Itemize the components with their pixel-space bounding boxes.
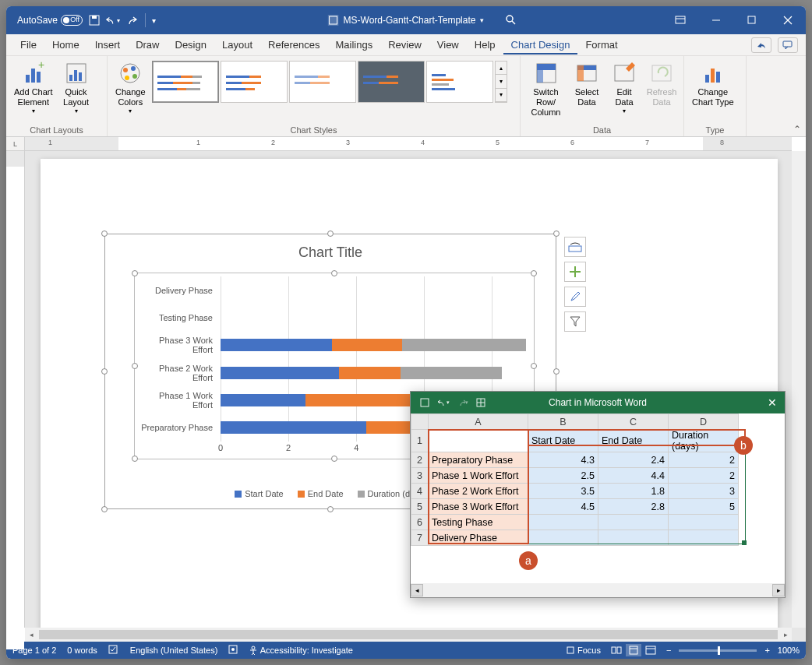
svg-rect-14 xyxy=(31,69,35,83)
excel-redo-icon[interactable]: ▾ xyxy=(456,396,468,409)
share-button[interactable] xyxy=(751,37,771,53)
styles-more[interactable]: ▴▾▾ xyxy=(495,61,507,103)
toggle-off-icon: Off xyxy=(61,15,83,26)
annotation-a: a xyxy=(519,551,538,570)
comments-button[interactable] xyxy=(778,37,798,53)
vertical-scrollbar[interactable] xyxy=(792,151,806,628)
minimize-icon[interactable] xyxy=(698,6,734,34)
menu-draw[interactable]: Draw xyxy=(128,36,167,54)
group-label-data: Data xyxy=(525,124,679,136)
chart-style-2[interactable] xyxy=(221,61,288,103)
menu-chart-design[interactable]: Chart Design xyxy=(503,36,578,55)
excel-grid-icon[interactable] xyxy=(475,396,487,409)
menu-view[interactable]: View xyxy=(429,36,467,54)
svg-point-46 xyxy=(231,648,235,651)
edit-data-button[interactable]: Edit Data▾ xyxy=(607,59,641,117)
status-language[interactable]: English (United States) xyxy=(130,646,218,655)
zoom-out[interactable]: − xyxy=(666,646,671,655)
svg-rect-19 xyxy=(74,70,77,81)
zoom-slider[interactable] xyxy=(679,649,757,652)
chart-filter-button[interactable] xyxy=(564,311,586,332)
ribbon-display-icon[interactable] xyxy=(662,6,698,34)
excel-window-title: Chart in Microsoft Word xyxy=(549,397,647,408)
horizontal-ruler[interactable]: 1 12345678 xyxy=(25,137,792,151)
menu-review[interactable]: Review xyxy=(380,36,429,54)
svg-point-25 xyxy=(125,76,129,80)
svg-rect-50 xyxy=(617,647,621,653)
chart-style-5[interactable] xyxy=(426,61,493,103)
chart-style-4[interactable] xyxy=(358,61,425,103)
view-print-icon[interactable] xyxy=(626,644,641,656)
search-button[interactable] xyxy=(505,14,517,26)
quick-layout-button[interactable]: Quick Layout▾ xyxy=(59,59,94,117)
comment-icon xyxy=(782,40,793,50)
maximize-icon[interactable] xyxy=(734,6,770,34)
svg-point-4 xyxy=(507,16,513,22)
spreadsheet[interactable]: ABCD1Start DateEnd DateDuration (days)2P… xyxy=(411,413,785,583)
change-chart-type-button[interactable]: Change Chart Type xyxy=(689,59,737,109)
zoom-value[interactable]: 100% xyxy=(778,646,800,655)
horizontal-scrollbar[interactable]: ◂ ▸ xyxy=(25,628,792,642)
svg-line-5 xyxy=(512,21,515,24)
save-icon[interactable] xyxy=(87,13,101,27)
close-icon[interactable] xyxy=(770,6,806,34)
menu-bar: File Home Insert Draw Design Layout Refe… xyxy=(6,34,806,56)
change-colors-button[interactable]: Change Colors▾ xyxy=(112,59,149,117)
status-words[interactable]: 0 words xyxy=(67,646,97,655)
menu-insert[interactable]: Insert xyxy=(87,36,129,54)
collapse-ribbon-icon[interactable]: ⌃ xyxy=(793,124,801,135)
plus-icon xyxy=(569,266,581,278)
switch-row-column-button[interactable]: Switch Row/ Column xyxy=(525,59,567,120)
document-title[interactable]: MS-Word-Gantt-Chart-Template ▾ xyxy=(328,15,485,26)
chart-data-window[interactable]: ▾ ▾ Chart in Microsoft Word ✕ ABCD1Start… xyxy=(410,391,786,598)
select-data-button[interactable]: Select Data xyxy=(570,59,604,109)
menu-help[interactable]: Help xyxy=(467,36,503,54)
word-doc-icon xyxy=(328,15,339,26)
excel-save-icon[interactable] xyxy=(418,396,431,409)
share-icon xyxy=(756,40,767,50)
svg-rect-9 xyxy=(748,16,755,23)
chart-elements-button[interactable] xyxy=(564,237,586,257)
status-accessibility[interactable]: Accessibility: Investigate xyxy=(249,646,353,655)
vertical-ruler[interactable] xyxy=(6,151,25,628)
svg-text:+: + xyxy=(38,61,44,71)
undo-icon[interactable]: ▾ xyxy=(106,13,120,27)
menu-references[interactable]: References xyxy=(260,36,327,54)
refresh-data-button: Refresh Data xyxy=(644,59,679,109)
group-label-layouts: Chart Layouts xyxy=(11,124,102,136)
menu-design[interactable]: Design xyxy=(168,36,214,54)
view-read-icon[interactable] xyxy=(609,644,624,656)
status-macro-icon[interactable] xyxy=(228,645,238,656)
svg-rect-37 xyxy=(569,246,581,252)
status-bar: Page 1 of 2 0 words English (United Stat… xyxy=(6,642,806,659)
chart-styles-button[interactable] xyxy=(564,262,586,282)
autosave-toggle[interactable]: AutoSave Off xyxy=(17,15,83,26)
view-web-icon[interactable] xyxy=(643,644,658,656)
svg-rect-20 xyxy=(79,72,82,81)
excel-h-scrollbar[interactable]: ◂▸ xyxy=(411,583,785,597)
status-spellcheck-icon[interactable] xyxy=(108,645,119,656)
chart-brush-button[interactable] xyxy=(564,287,586,307)
chart-style-1[interactable] xyxy=(152,61,219,103)
qat-customize-icon[interactable]: ▾ xyxy=(152,16,156,25)
svg-point-47 xyxy=(252,646,255,649)
svg-rect-48 xyxy=(567,647,574,653)
zoom-in[interactable]: + xyxy=(764,646,769,655)
excel-close-icon[interactable]: ✕ xyxy=(768,396,777,409)
svg-rect-12 xyxy=(783,41,792,47)
status-focus[interactable]: Focus xyxy=(566,646,601,655)
add-chart-element-button[interactable]: + Add Chart Element▾ xyxy=(11,59,56,117)
svg-rect-35 xyxy=(711,69,715,83)
menu-mailings[interactable]: Mailings xyxy=(328,36,381,54)
brush-icon xyxy=(569,290,581,303)
svg-rect-28 xyxy=(537,64,543,83)
chart-title[interactable]: Chart Title xyxy=(111,240,550,269)
excel-undo-icon[interactable]: ▾ xyxy=(437,396,450,409)
redo-icon[interactable] xyxy=(125,13,139,27)
search-icon xyxy=(505,14,517,26)
chart-style-3[interactable] xyxy=(289,61,356,103)
menu-layout[interactable]: Layout xyxy=(214,36,260,54)
menu-format[interactable]: Format xyxy=(577,36,625,54)
menu-file[interactable]: File xyxy=(12,36,44,54)
menu-home[interactable]: Home xyxy=(44,36,87,54)
